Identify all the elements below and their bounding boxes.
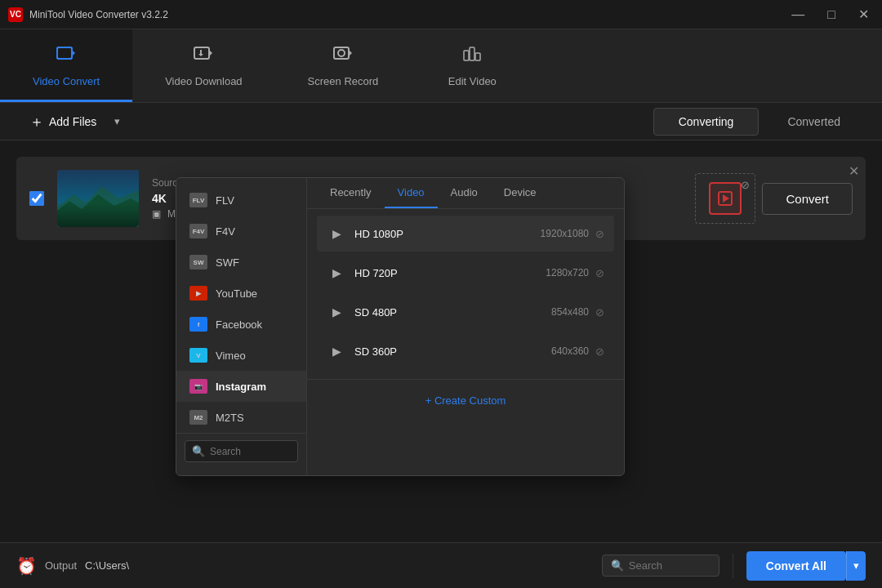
svg-marker-17 bbox=[723, 194, 729, 203]
edit-video-icon bbox=[461, 42, 483, 70]
close-button[interactable]: ✕ bbox=[853, 5, 874, 24]
format-option-sd360p[interactable]: ▶ SD 360P 640x360 ⊘ bbox=[317, 333, 614, 369]
sd360p-icon: ▶ bbox=[327, 341, 346, 361]
format-item-flv[interactable]: FLV FLV bbox=[176, 185, 306, 216]
hd1080p-icon: ▶ bbox=[327, 224, 346, 243]
minimize-button[interactable]: — bbox=[786, 6, 809, 24]
f4v-icon: F4V bbox=[189, 224, 207, 238]
hd1080p-edit-icon[interactable]: ⊘ bbox=[595, 228, 604, 240]
file-checkbox[interactable] bbox=[29, 191, 44, 206]
edit-target-icon[interactable]: ⊘ bbox=[741, 179, 750, 191]
format-item-facebook[interactable]: f Facebook bbox=[176, 309, 306, 340]
file-close-icon[interactable]: ✕ bbox=[849, 163, 859, 179]
sub-tabs-right: Converting Converted bbox=[653, 108, 866, 136]
sd360p-edit-icon[interactable]: ⊘ bbox=[595, 345, 604, 358]
svg-marker-4 bbox=[209, 50, 212, 56]
target-box: ⊘ bbox=[695, 173, 755, 224]
hd720p-res: 1280x720 bbox=[546, 267, 589, 278]
format-main: Recently Video Audio Device ▶ HD 1080P 1… bbox=[307, 178, 624, 475]
convert-all-dropdown-button[interactable]: ▾ bbox=[846, 551, 866, 581]
clock-icon: ⏰ bbox=[16, 556, 37, 576]
bottom-bar: ⏰ Output C:\Users\ 🔍 Convert All ▾ bbox=[0, 542, 882, 588]
hd720p-edit-icon[interactable]: ⊘ bbox=[595, 267, 604, 279]
swf-icon: SW bbox=[189, 255, 207, 270]
screen-record-icon bbox=[332, 42, 354, 70]
instagram-icon: 📷 bbox=[189, 379, 207, 394]
svg-marker-6 bbox=[198, 54, 203, 56]
tab-converting[interactable]: Converting bbox=[653, 108, 760, 136]
format-item-f4v[interactable]: F4V F4V bbox=[176, 216, 306, 247]
add-files-button[interactable]: ＋ Add Files bbox=[16, 105, 109, 138]
title-bar: VC MiniTool Video Converter v3.2.2 — □ ✕ bbox=[0, 0, 882, 29]
tab-converted[interactable]: Converted bbox=[762, 108, 866, 136]
svg-rect-0 bbox=[57, 47, 72, 59]
svg-point-8 bbox=[338, 50, 345, 56]
convert-all-wrap: Convert All ▾ bbox=[746, 551, 866, 581]
sidebar-search-icon: 🔍 bbox=[192, 445, 205, 457]
sd480p-name: SD 480P bbox=[354, 306, 551, 318]
convert-button[interactable]: Convert bbox=[762, 183, 853, 215]
title-bar-left: VC MiniTool Video Converter v3.2.2 bbox=[8, 7, 168, 22]
format-tab-audio[interactable]: Audio bbox=[438, 178, 491, 208]
tab-edit-video[interactable]: Edit Video bbox=[411, 29, 533, 102]
format-item-swf[interactable]: SW SWF bbox=[176, 247, 306, 278]
sub-tabs-left: ＋ Add Files ▾ bbox=[16, 105, 653, 138]
divider bbox=[733, 554, 733, 578]
tab-video-convert[interactable]: Video Convert bbox=[0, 29, 132, 102]
output-path: C:\Users\ bbox=[85, 559, 129, 572]
svg-rect-2 bbox=[57, 47, 72, 59]
sub-tabs: ＋ Add Files ▾ Converting Converted bbox=[0, 103, 882, 140]
video-download-label: Video Download bbox=[165, 75, 242, 87]
hd1080p-name: HD 1080P bbox=[354, 228, 541, 240]
format-option-hd1080p[interactable]: ▶ HD 1080P 1920x1080 ⊘ bbox=[317, 216, 614, 252]
svg-rect-10 bbox=[464, 51, 469, 60]
facebook-icon: f bbox=[189, 317, 207, 332]
format-option-sd480p[interactable]: ▶ SD 480P 854x480 ⊘ bbox=[317, 294, 614, 330]
tab-video-download[interactable]: Video Download bbox=[132, 29, 274, 102]
m2ts-icon: M2 bbox=[189, 410, 207, 425]
file-thumbnail bbox=[57, 170, 139, 227]
format-option-hd720p[interactable]: ▶ HD 720P 1280x720 ⊘ bbox=[317, 255, 614, 291]
format-item-vimeo[interactable]: V Vimeo bbox=[176, 340, 306, 371]
format-item-instagram[interactable]: 📷 Instagram bbox=[176, 371, 306, 402]
flv-icon: FLV bbox=[189, 193, 207, 207]
format-item-m2ts[interactable]: M2 M2TS bbox=[176, 402, 306, 433]
search-input[interactable] bbox=[629, 559, 710, 572]
edit-video-label: Edit Video bbox=[448, 75, 497, 87]
format-sidebar: FLV FLV F4V F4V SW SWF ▶ YouTube f Faceb… bbox=[176, 178, 307, 475]
youtube-icon: ▶ bbox=[189, 286, 207, 301]
target-format-button[interactable] bbox=[709, 182, 742, 215]
format-sidebar-search: 🔍 bbox=[176, 433, 306, 469]
hd720p-icon: ▶ bbox=[327, 263, 346, 283]
screen-record-label: Screen Record bbox=[308, 75, 379, 87]
sd480p-edit-icon[interactable]: ⊘ bbox=[595, 306, 604, 318]
maximize-button[interactable]: □ bbox=[822, 6, 840, 24]
sd360p-name: SD 360P bbox=[354, 345, 551, 358]
format-options: ▶ HD 1080P 1920x1080 ⊘ ▶ HD 720P 1280x72… bbox=[307, 209, 624, 379]
format-tab-video[interactable]: Video bbox=[385, 178, 438, 208]
app-icon: VC bbox=[8, 7, 23, 22]
nav-bar: Video Convert Video Download Screen Reco… bbox=[0, 29, 882, 103]
file-actions: ⊘ Convert bbox=[695, 173, 853, 224]
vimeo-icon: V bbox=[189, 348, 207, 363]
video-convert-icon bbox=[55, 42, 78, 70]
sd360p-res: 640x360 bbox=[551, 345, 589, 357]
create-custom-button[interactable]: + Create Custom bbox=[416, 388, 516, 413]
app-title: MiniTool Video Converter v3.2.2 bbox=[29, 9, 168, 20]
sidebar-search-input[interactable] bbox=[210, 446, 275, 457]
output-label: Output bbox=[45, 559, 77, 572]
format-tab-recently[interactable]: Recently bbox=[317, 178, 385, 208]
video-convert-label: Video Convert bbox=[33, 75, 100, 87]
source-format-icon: ▣ bbox=[152, 208, 161, 220]
svg-rect-11 bbox=[470, 47, 474, 60]
format-tabs: Recently Video Audio Device bbox=[307, 178, 624, 209]
sd480p-icon: ▶ bbox=[327, 302, 346, 322]
svg-marker-9 bbox=[349, 50, 352, 56]
format-item-youtube[interactable]: ▶ YouTube bbox=[176, 278, 306, 309]
window-controls: — □ ✕ bbox=[786, 5, 874, 24]
add-files-dropdown-button[interactable]: ▾ bbox=[109, 109, 125, 134]
format-dropdown: FLV FLV F4V F4V SW SWF ▶ YouTube f Faceb… bbox=[176, 177, 625, 476]
format-tab-device[interactable]: Device bbox=[491, 178, 550, 208]
tab-screen-record[interactable]: Screen Record bbox=[275, 29, 412, 102]
convert-all-button[interactable]: Convert All bbox=[746, 551, 846, 581]
